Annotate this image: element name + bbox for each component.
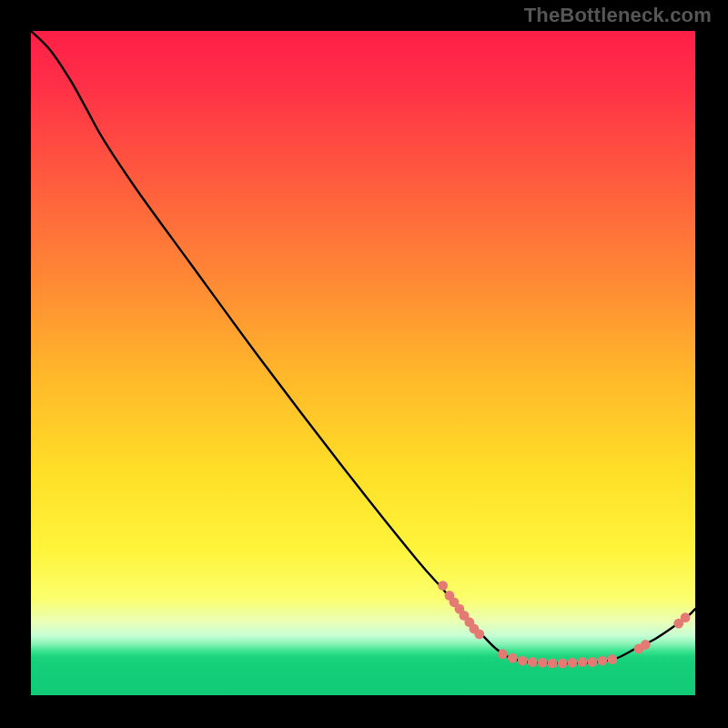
marker-trough-11 — [597, 656, 607, 666]
watermark-text: TheBottleneck.com — [524, 4, 712, 27]
marker-trough-10 — [587, 657, 597, 667]
marker-trough-8 — [568, 658, 578, 668]
marker-trough-4 — [528, 657, 538, 667]
bottleneck-curve-path — [31, 31, 695, 663]
chart-frame: TheBottleneck.com — [0, 0, 728, 728]
marker-trough-9 — [578, 657, 588, 667]
marker-right-tip-2 — [681, 612, 691, 622]
marker-trough-7 — [558, 659, 568, 669]
marker-trough-2 — [508, 653, 518, 663]
marker-trough-3 — [518, 656, 528, 666]
marker-descent-cluster-lower — [474, 629, 484, 639]
marker-descent-cluster-upper — [438, 581, 448, 591]
plot-area — [31, 31, 695, 695]
data-markers-group — [438, 581, 690, 668]
marker-trough-12 — [607, 654, 617, 664]
bottleneck-curve-svg — [31, 31, 695, 695]
marker-right-rise-2 — [641, 640, 651, 650]
marker-trough-1 — [498, 649, 508, 659]
marker-trough-5 — [538, 658, 548, 668]
marker-trough-6 — [548, 659, 558, 669]
